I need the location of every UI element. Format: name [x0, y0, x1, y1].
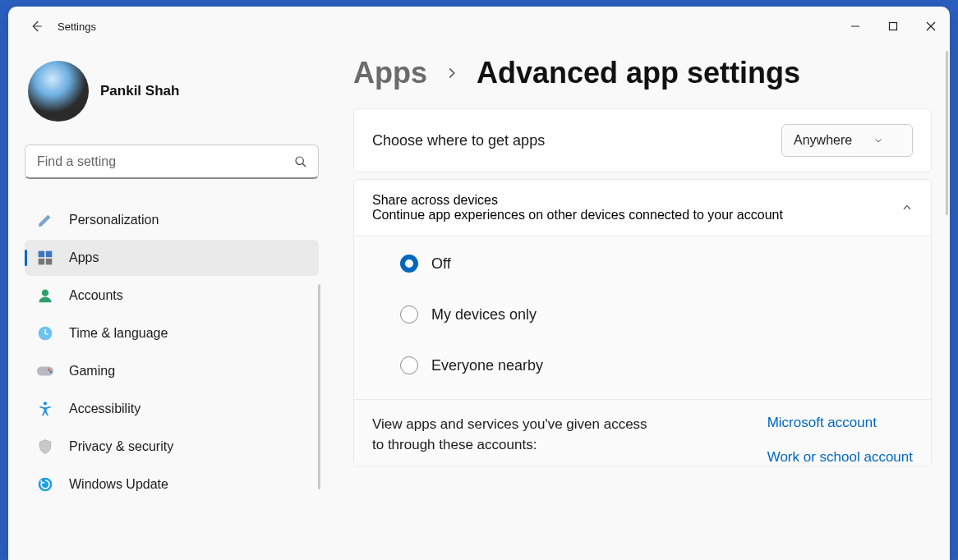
- where-to-get-apps-card: Choose where to get apps Anywhere: [353, 108, 932, 172]
- back-button[interactable]: [20, 10, 53, 43]
- radio-indicator: [400, 356, 418, 374]
- avatar: [28, 61, 89, 122]
- breadcrumb-current: Advanced app settings: [477, 56, 800, 90]
- sidebar-item-privacy-security[interactable]: Privacy & security: [25, 429, 319, 465]
- link-microsoft-account[interactable]: Microsoft account: [767, 415, 913, 431]
- radio-indicator: [400, 305, 418, 324]
- svg-rect-7: [46, 251, 53, 258]
- sidebar-item-label: Time & language: [69, 326, 168, 341]
- person-icon: [36, 287, 54, 305]
- profile[interactable]: Pankil Shah: [25, 61, 319, 122]
- breadcrumb: Apps Advanced app settings: [353, 56, 932, 90]
- radio-indicator: [400, 255, 418, 273]
- shield-icon: [36, 438, 54, 456]
- radio-label: Off: [431, 255, 451, 273]
- maximize-button[interactable]: [874, 13, 912, 39]
- body: Pankil Shah Personalization: [8, 46, 950, 560]
- titlebar: Settings: [8, 7, 950, 46]
- brush-icon: [36, 211, 54, 229]
- radio-label: Everyone nearby: [431, 357, 543, 374]
- svg-line-5: [302, 163, 306, 167]
- clock-globe-icon: [36, 324, 54, 342]
- accounts-row: View apps and services you've given acce…: [354, 400, 931, 466]
- minimize-button[interactable]: [836, 13, 874, 39]
- close-button[interactable]: [912, 13, 950, 39]
- sidebar-item-label: Privacy & security: [69, 439, 173, 454]
- where-dropdown[interactable]: Anywhere: [781, 124, 913, 157]
- accounts-text: View apps and services you've given acce…: [372, 415, 652, 466]
- search-icon: [294, 155, 307, 168]
- where-value: Anywhere: [794, 133, 852, 148]
- svg-point-14: [49, 370, 52, 373]
- chevron-right-icon: [445, 67, 458, 80]
- radio-off[interactable]: Off: [400, 255, 931, 273]
- search-container: [25, 145, 319, 179]
- share-title: Share across devices: [372, 193, 783, 208]
- radio-label: My devices only: [431, 306, 537, 324]
- svg-point-4: [296, 157, 303, 164]
- main-content: Apps Advanced app settings Choose where …: [330, 46, 950, 560]
- sidebar-item-accessibility[interactable]: Accessibility: [25, 391, 319, 427]
- sidebar-nav: Personalization Apps Accounts: [25, 202, 319, 503]
- sidebar-item-label: Apps: [69, 250, 99, 265]
- sidebar-item-label: Accounts: [69, 288, 123, 303]
- radio-everyone-nearby[interactable]: Everyone nearby: [400, 356, 931, 374]
- sidebar-item-personalization[interactable]: Personalization: [25, 202, 319, 238]
- update-icon: [36, 475, 54, 493]
- svg-point-10: [42, 290, 48, 296]
- sidebar-item-windows-update[interactable]: Windows Update: [25, 466, 319, 503]
- svg-rect-6: [39, 251, 45, 258]
- share-radio-group: Off My devices only Everyone nearby: [354, 236, 931, 399]
- svg-rect-8: [39, 259, 45, 265]
- search-input[interactable]: [25, 145, 319, 179]
- apps-icon: [36, 249, 54, 267]
- sidebar-item-time-language[interactable]: Time & language: [25, 315, 319, 351]
- sidebar-scrollbar[interactable]: [318, 284, 320, 489]
- chevron-down-icon: [873, 135, 883, 145]
- share-subtitle: Continue app experiences on other device…: [372, 208, 783, 223]
- svg-rect-9: [46, 259, 53, 265]
- share-expander-header[interactable]: Share across devices Continue app experi…: [354, 180, 931, 236]
- share-across-devices-card: Share across devices Continue app experi…: [353, 179, 932, 466]
- sidebar: Pankil Shah Personalization: [8, 46, 330, 560]
- breadcrumb-parent[interactable]: Apps: [353, 56, 427, 90]
- svg-point-15: [44, 402, 47, 405]
- settings-window: Settings Pankil Shah: [8, 7, 950, 560]
- sidebar-item-label: Gaming: [69, 364, 115, 379]
- account-links: Microsoft account Work or school account: [767, 415, 913, 466]
- link-work-school-account[interactable]: Work or school account: [767, 449, 913, 466]
- svg-rect-1: [890, 23, 897, 30]
- sidebar-item-gaming[interactable]: Gaming: [25, 353, 319, 389]
- main-scrollbar[interactable]: [946, 51, 948, 215]
- window-title: Settings: [58, 21, 96, 33]
- sidebar-item-label: Personalization: [69, 213, 159, 227]
- sidebar-item-apps[interactable]: Apps: [25, 240, 319, 276]
- window-controls: [836, 13, 950, 39]
- sidebar-item-label: Windows Update: [69, 477, 168, 492]
- gamepad-icon: [36, 362, 54, 380]
- radio-my-devices-only[interactable]: My devices only: [400, 305, 931, 324]
- sidebar-item-accounts[interactable]: Accounts: [25, 278, 319, 314]
- accessibility-icon: [36, 400, 54, 418]
- chevron-up-icon: [901, 202, 913, 213]
- svg-point-13: [48, 369, 50, 371]
- user-name: Pankil Shah: [100, 83, 179, 99]
- where-label: Choose where to get apps: [372, 132, 545, 149]
- sidebar-item-label: Accessibility: [69, 402, 140, 416]
